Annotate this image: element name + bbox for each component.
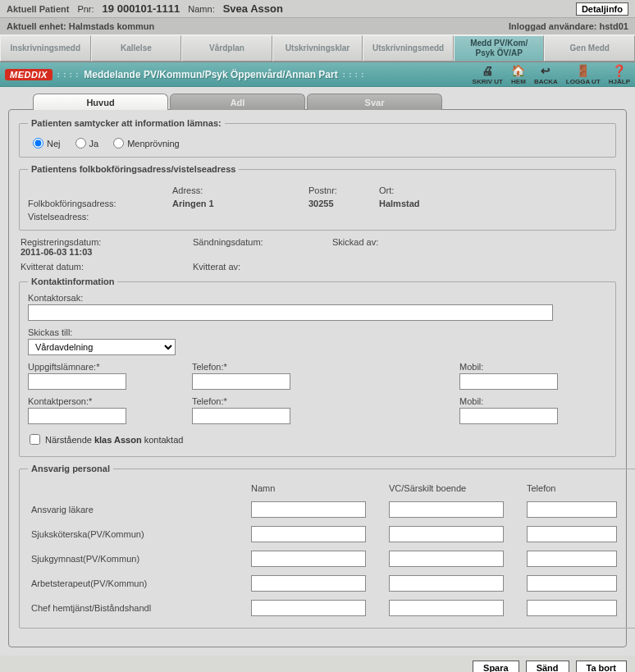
content-panel: Patienten samtycker att information lämn… xyxy=(8,109,627,647)
unit-header: Aktuell enhet: Halmstads kommun Inloggad… xyxy=(0,18,635,34)
dots-right: : : : : xyxy=(343,71,365,79)
reg-date-label: Registreringsdatum: xyxy=(21,237,193,247)
unit-label: Aktuell enhet: Halmstads kommun xyxy=(7,21,154,31)
kontaktorsak-label: Kontaktorsak: xyxy=(28,293,607,303)
app-logo: MEDDIX xyxy=(5,69,53,80)
consent-legend: Patienten samtycker att information lämn… xyxy=(28,118,225,128)
dates-section: Registreringsdatum: 2011-06-03 11:03 Sän… xyxy=(19,237,616,277)
ansvarig-2-namn[interactable] xyxy=(251,551,366,567)
adress-header: Adress: xyxy=(172,185,304,195)
radio-nej-label[interactable]: Nej xyxy=(33,138,61,149)
kvitt-date-label: Kvitterat datum: xyxy=(21,262,193,272)
ansvarig-2-vc[interactable] xyxy=(389,551,504,567)
page-title: Meddelande PV/Kommun/Psyk Öppenvård/Anna… xyxy=(84,69,337,80)
consent-fieldset: Patienten samtycker att information lämn… xyxy=(19,118,616,158)
sub-tab-svar[interactable]: Svar xyxy=(307,94,442,110)
sub-tab-adl[interactable]: Adl xyxy=(170,94,305,110)
ansvarig-4-tel[interactable] xyxy=(527,600,617,616)
radio-menprovning-label[interactable]: Menprövning xyxy=(113,138,180,149)
skickas-select[interactable]: Vårdavdelning xyxy=(28,339,176,355)
user-label: Inloggad användare: hstd01 xyxy=(509,21,628,31)
row-label-2: Sjukgymnast(PV/Kommun) xyxy=(31,554,244,564)
radio-nej[interactable] xyxy=(33,138,43,149)
narstaende-post: kontaktad xyxy=(144,435,184,445)
ansvarig-1-namn[interactable] xyxy=(251,526,366,542)
telefon1-input[interactable] xyxy=(192,373,290,390)
telefon2-label: Telefon:* xyxy=(192,396,340,406)
ansvarig-3-tel[interactable] xyxy=(527,575,617,592)
tab-utskrivningsmedd[interactable]: Utskrivningsmedd xyxy=(363,35,454,62)
patient-header: Aktuell Patient Pnr: 19 000101-1111 Namn… xyxy=(0,0,635,18)
title-bar: MEDDIX : : : : Meddelande PV/Kommun/Psyk… xyxy=(0,62,635,87)
tab-medd-pv-kom[interactable]: Medd PV/Kom/ Psyk ÖV/AP xyxy=(454,35,545,62)
door-icon: 🚪 xyxy=(576,64,591,77)
main-tab-bar: Inskrivningsmedd Kallelse Vårdplan Utskr… xyxy=(0,34,635,62)
print-button[interactable]: 🖨 SKRIV UT xyxy=(473,64,503,85)
sent-by-label: Skickad av: xyxy=(332,237,614,257)
aktuell-patient-label: Aktuell Patient xyxy=(7,4,69,14)
ansvarig-1-vc[interactable] xyxy=(389,526,504,542)
ansvarig-1-tel[interactable] xyxy=(527,526,617,542)
tab-gen-medd[interactable]: Gen Medd xyxy=(544,35,635,62)
folk-label: Folkbokföringsadress: xyxy=(28,199,167,208)
pnr-label: Pnr: xyxy=(77,4,94,14)
pnr-value: 19 000101-1111 xyxy=(103,2,180,15)
radio-ja[interactable] xyxy=(75,138,86,149)
ansvarig-0-tel[interactable] xyxy=(527,501,617,518)
home-button[interactable]: 🏠 HEM xyxy=(511,64,526,85)
reg-date-value: 2011-06-03 11:03 xyxy=(21,247,193,257)
back-button[interactable]: ↩ BACKA xyxy=(534,64,558,85)
help-button[interactable]: ❓ HJÄLP xyxy=(609,64,630,85)
ansvarig-2-tel[interactable] xyxy=(527,551,617,567)
detaljinfo-button[interactable]: Detaljinfo xyxy=(576,2,628,16)
sub-tab-bar: Huvud Adl Svar xyxy=(33,94,627,110)
kvitt-by-label: Kvitterat av: xyxy=(193,262,332,272)
tab-vardplan[interactable]: Vårdplan xyxy=(181,35,272,62)
tab-kallelse[interactable]: Kallelse xyxy=(91,35,182,62)
uppgift-input[interactable] xyxy=(28,373,126,390)
ansvarig-4-vc[interactable] xyxy=(389,600,504,616)
dots-left: : : : : xyxy=(57,71,80,79)
ansvarig-3-namn[interactable] xyxy=(251,575,366,592)
ansvarig-4-namn[interactable] xyxy=(251,600,366,616)
ansvarig-3-vc[interactable] xyxy=(389,575,504,592)
ansvarig-hdr-namn: Namn xyxy=(251,483,382,493)
back-arrow-icon: ↩ xyxy=(538,64,553,77)
kontakt-legend: Kontaktinformation xyxy=(28,277,117,286)
row-label-4: Chef hemtjänst/Biståndshandl xyxy=(31,603,244,613)
kontakt-fieldset: Kontaktinformation Kontaktorsak: Skickas… xyxy=(19,277,616,457)
delete-button[interactable]: Ta bort xyxy=(576,661,627,672)
kontaktp-label: Kontaktperson:* xyxy=(28,396,184,406)
kontaktorsak-input[interactable] xyxy=(28,304,553,321)
narstaende-checkbox[interactable] xyxy=(30,434,40,445)
send-button[interactable]: Sänd xyxy=(526,661,569,672)
home-icon: 🏠 xyxy=(511,64,526,77)
tab-inskrivningsmedd[interactable]: Inskrivningsmedd xyxy=(0,35,91,62)
logout-button[interactable]: 🚪 LOGGA UT xyxy=(566,64,601,85)
mobil2-input[interactable] xyxy=(459,408,558,424)
mobil1-input[interactable] xyxy=(459,373,558,390)
tab-utskrivningsklar[interactable]: Utskrivningsklar xyxy=(272,35,363,62)
radio-ja-label[interactable]: Ja xyxy=(75,138,99,149)
folk-postnr: 30255 xyxy=(308,199,374,208)
mobil1-label: Mobil: xyxy=(459,362,607,372)
mobil2-label: Mobil: xyxy=(459,396,607,406)
kontaktp-input[interactable] xyxy=(28,408,126,424)
narstaende-pre: Närstående xyxy=(45,435,92,445)
uppgift-label: Uppgiftslämnare:* xyxy=(28,362,184,372)
send-date-label: Sändningsdatum: xyxy=(193,237,332,257)
telefon2-input[interactable] xyxy=(192,408,290,424)
sub-tab-huvud[interactable]: Huvud xyxy=(33,94,168,110)
folk-ort: Halmstad xyxy=(379,199,607,208)
radio-menprovning[interactable] xyxy=(113,138,124,149)
ansvarig-hdr-tel: Telefon xyxy=(527,483,633,493)
name-value: Svea Asson xyxy=(223,2,283,15)
save-button[interactable]: Spara xyxy=(473,661,519,672)
ansvarig-0-vc[interactable] xyxy=(389,501,504,518)
row-label-0: Ansvarig läkare xyxy=(31,505,244,514)
ort-header: Ort: xyxy=(379,185,607,195)
skickas-label: Skickas till: xyxy=(28,327,607,337)
printer-icon: 🖨 xyxy=(480,64,495,77)
ansvarig-0-namn[interactable] xyxy=(251,501,366,518)
row-label-3: Arbetsterapeut(PV/Kommun) xyxy=(31,578,244,588)
